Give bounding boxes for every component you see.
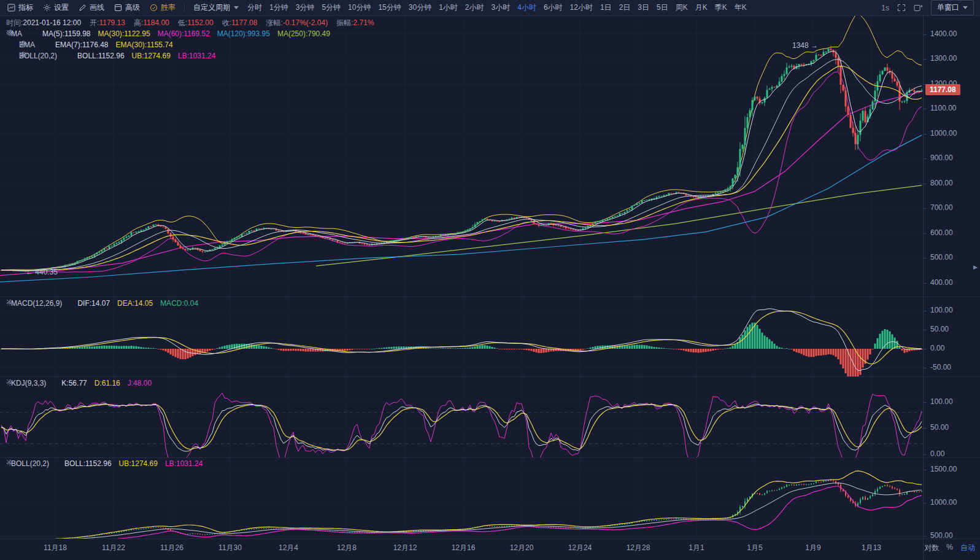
axis-tick (924, 402, 927, 403)
panel-divider (0, 297, 980, 297)
x-axis-date-label: 1月1 (675, 543, 718, 553)
interval-月K[interactable]: 月K (695, 2, 708, 13)
interval-分时[interactable]: 分时 (247, 2, 262, 13)
indicator-value: UB:1274.69 (132, 52, 171, 60)
high-price-label: 1348 (792, 41, 809, 50)
y-axis-label: 900.00 (930, 154, 953, 162)
axis-tick (924, 503, 927, 504)
interval-3分钟[interactable]: 3分钟 (296, 2, 315, 13)
indicator-value: BOLL:1152.96 (77, 52, 125, 60)
kdj-chart[interactable] (0, 376, 923, 457)
y-axis-label: 400.00 (930, 278, 953, 287)
boll-panel[interactable]: 1500.001000.00500.00 BOLL(20,2)BOLL:1152… (0, 457, 980, 539)
indicator-value: J:48.00 (128, 379, 152, 387)
scale-control-%[interactable]: % (946, 543, 953, 553)
interval-4小时[interactable]: 4小时 (517, 2, 536, 13)
settings-button[interactable]: 设置 (43, 2, 69, 13)
axis-tick (924, 233, 927, 234)
ohlc-field-label: 高: (134, 18, 143, 27)
button-label: 高级 (125, 2, 140, 13)
boll2-indicator-row: BOLL(20,2)BOLL:1152.96UB:1274.69LB:1031.… (6, 459, 210, 468)
indicator-value: MA(250):790.49 (277, 29, 330, 38)
interval-季K[interactable]: 季K (715, 2, 727, 13)
axis-tick (924, 470, 927, 470)
indicator-button[interactable]: 指标 (7, 2, 33, 13)
ohlc-field-label: 开: (90, 18, 99, 27)
indicator-value: EMA(30):1155.74 (116, 41, 173, 49)
interval-6小时[interactable]: 6小时 (544, 2, 563, 13)
axis-tick (924, 184, 927, 184)
interval-10分钟[interactable]: 10分钟 (348, 2, 371, 13)
toolbar-divider (184, 4, 185, 12)
button-label: 设置 (54, 2, 69, 13)
y-axis-label: 100.00 (930, 397, 953, 406)
main-y-axis: 1177.08 1400.001300.001200.001100.001000… (924, 16, 980, 297)
indicator-value: MA(30):1122.95 (98, 29, 150, 38)
interval-12小时[interactable]: 12小时 (570, 2, 593, 13)
indicator-value: UB:1274.69 (119, 459, 158, 468)
axis-tick (924, 428, 927, 429)
indicator-value: DEA:14.05 (117, 299, 153, 308)
window-mode-label: 单窗口 (937, 2, 959, 13)
advanced-button[interactable]: 高级 (114, 2, 140, 13)
axis-tick (924, 330, 927, 330)
y-axis-label: 500.00 (930, 253, 953, 262)
interval-5分钟[interactable]: 5分钟 (322, 2, 341, 13)
indicator-value: BOLL:1152.96 (64, 459, 112, 468)
low-price-marker: ← 440.35 (26, 268, 58, 276)
boll-indicator-row: BOLL(20,2)BOLL:1152.96UB:1274.69LB:1031.… (19, 52, 223, 60)
interval-1小时[interactable]: 1小时 (439, 2, 458, 13)
indicator-value: D:61.16 (95, 379, 120, 387)
x-axis-date-label: 12月16 (442, 543, 485, 553)
indicator-value: EMA(7):1176.48 (55, 41, 109, 49)
trading-chart-app: 指标设置画线高级胜率 自定义周期 分时1分钟3分钟5分钟10分钟15分钟30分钟… (0, 0, 980, 560)
macd-chart[interactable] (0, 297, 923, 376)
interval-1日[interactable]: 1日 (600, 2, 612, 13)
window-mode-button[interactable]: 单窗口 (931, 0, 974, 15)
interval-5日[interactable]: 5日 (657, 2, 668, 13)
x-axis-date-label: 12月28 (617, 543, 660, 553)
x-axis-date-label: 12月8 (325, 543, 368, 553)
indicator-name: KDJ(9,3,3) (11, 379, 46, 387)
expand-right-arrow[interactable]: ▶ (973, 264, 978, 270)
x-axis-date-label: 12月24 (558, 543, 601, 553)
interval-周K[interactable]: 周K (676, 2, 688, 13)
macd-panel[interactable]: 100.0050.000.00-50.00 MACD(12,26,9)DIF:1… (0, 297, 980, 376)
axis-tick (924, 349, 927, 349)
add-pane-icon[interactable] (914, 4, 923, 12)
interval-3小时[interactable]: 3小时 (492, 2, 511, 13)
interval-2小时[interactable]: 2小时 (465, 2, 484, 13)
interval-年K[interactable]: 年K (735, 2, 747, 13)
fullscreen-icon[interactable] (897, 4, 906, 12)
interval-15分钟[interactable]: 15分钟 (378, 2, 401, 13)
ohlc-field-label: 低: (178, 18, 187, 27)
scale-control-自动[interactable]: 自动 (960, 543, 975, 553)
interval-3日[interactable]: 3日 (638, 2, 649, 13)
y-axis-label: 1500.00 (930, 465, 957, 473)
axis-tick (924, 134, 927, 134)
latency-indicator: 1s (881, 4, 889, 12)
period-dropdown[interactable]: 自定义周期 (193, 2, 239, 13)
toolbar-right: 1s 单窗口 (881, 0, 974, 15)
interval-30分钟[interactable]: 30分钟 (409, 2, 431, 13)
x-axis-date-label: 11月30 (209, 543, 252, 553)
scale-control-对数[interactable]: 对数 (924, 543, 939, 553)
x-axis-date-label: 11月26 (150, 543, 193, 553)
main-chart-panel[interactable]: 1177.08 1400.001300.001200.001100.001000… (0, 16, 980, 297)
axis-tick (924, 158, 927, 159)
axis-tick (924, 59, 927, 60)
indicator-name: MACD(12,26,9) (11, 299, 62, 308)
indicator-value: MA(5):1159.98 (42, 29, 91, 38)
toolbar: 指标设置画线高级胜率 自定义周期 分时1分钟3分钟5分钟10分钟15分钟30分钟… (0, 0, 980, 16)
winrate-button[interactable]: 胜率 (150, 2, 176, 13)
y-axis-label: 50.00 (930, 423, 949, 432)
kdj-panel[interactable]: 100.0050.000.00 KDJ(9,3,3)K:56.77D:61.16… (0, 376, 980, 457)
boll-chart[interactable] (0, 457, 923, 539)
interval-2日[interactable]: 2日 (619, 2, 631, 13)
interval-1分钟[interactable]: 1分钟 (269, 2, 288, 13)
draw-button[interactable]: 画线 (79, 2, 104, 13)
current-price-tag: 1177.08 (925, 84, 960, 95)
ohlc-field-label: 振幅: (336, 18, 353, 27)
indicator-value: K:56.77 (61, 379, 87, 387)
scale-controls: 对数%自动 (924, 543, 975, 553)
